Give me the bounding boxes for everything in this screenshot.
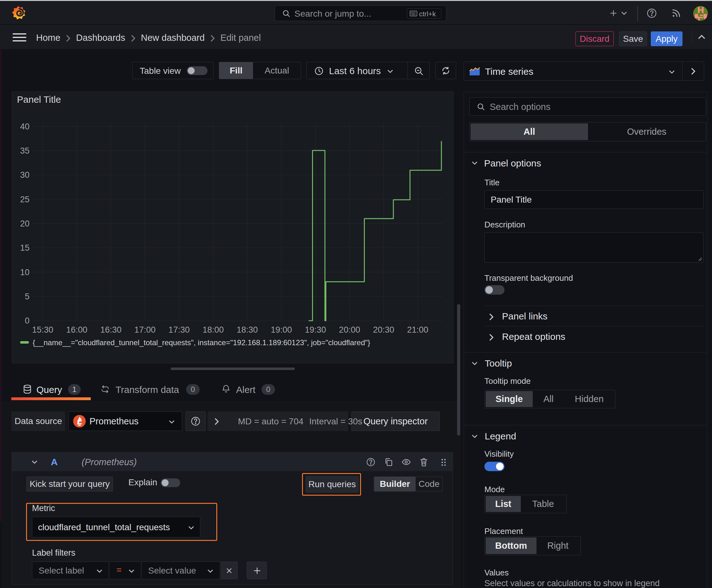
svg-text:17:00: 17:00: [134, 325, 156, 335]
svg-text:35: 35: [20, 146, 29, 155]
svg-text:20: 20: [20, 219, 29, 228]
svg-text:0: 0: [25, 316, 29, 326]
svg-text:19:00: 19:00: [271, 325, 292, 335]
svg-text:25: 25: [20, 195, 29, 204]
svg-text:30: 30: [20, 170, 29, 180]
svg-text:Panel Title: Panel Title: [17, 94, 61, 105]
svg-text:20:00: 20:00: [339, 325, 360, 335]
svg-text:17:30: 17:30: [169, 325, 190, 335]
svg-text:18:30: 18:30: [237, 325, 258, 335]
svg-text:15:30: 15:30: [32, 325, 53, 335]
svg-text:18:00: 18:00: [202, 325, 224, 335]
svg-text:19:30: 19:30: [305, 325, 326, 335]
svg-text:{__name__="cloudflared_tunnel_: {__name__="cloudflared_tunnel_total_requ…: [33, 338, 370, 347]
svg-text:16:30: 16:30: [100, 325, 122, 335]
svg-text:21:00: 21:00: [407, 325, 429, 335]
svg-text:5: 5: [25, 292, 29, 301]
svg-text:20:30: 20:30: [373, 325, 394, 335]
svg-text:10: 10: [20, 268, 29, 277]
svg-text:16:00: 16:00: [66, 325, 88, 335]
svg-text:15: 15: [20, 243, 29, 253]
svg-text:40: 40: [20, 122, 29, 131]
